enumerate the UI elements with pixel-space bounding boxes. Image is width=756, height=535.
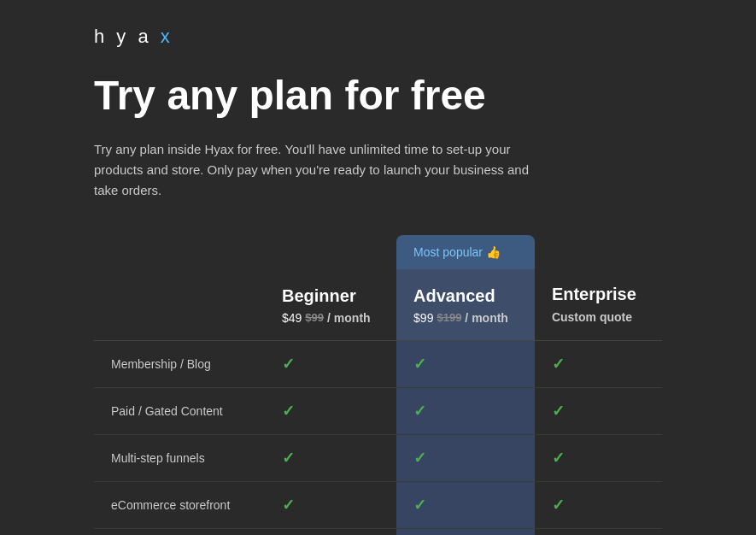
enterprise-check: ✓ bbox=[535, 434, 662, 481]
table-row: Multi-step funnels✓✓✓ bbox=[94, 434, 662, 481]
advanced-price-original: $199 bbox=[437, 311, 461, 324]
check-icon: ✓ bbox=[413, 497, 426, 514]
most-popular-banner: Most popular 👍 bbox=[396, 235, 535, 269]
advanced-check: ✓ bbox=[396, 340, 535, 387]
check-icon: ✓ bbox=[282, 356, 295, 373]
beginner-banner-cell bbox=[265, 235, 396, 269]
plan-header-row: Beginner $49 $99 / month Advanced $99 $1… bbox=[94, 269, 662, 341]
beginner-plan-header: Beginner $49 $99 / month bbox=[265, 269, 396, 341]
beginner-check: ✓ bbox=[265, 434, 396, 481]
enterprise-check: ✓ bbox=[535, 387, 662, 434]
check-icon: ✓ bbox=[413, 403, 426, 420]
enterprise-check: ✓ bbox=[535, 340, 662, 387]
check-icon: ✓ bbox=[552, 403, 565, 420]
advanced-banner-cell: Most popular 👍 bbox=[396, 235, 535, 269]
table-row: eCommerce storefront✓✓✓ bbox=[94, 481, 662, 528]
most-popular-row: Most popular 👍 bbox=[94, 235, 662, 269]
table-row: Membership / Blog✓✓✓ bbox=[94, 340, 662, 387]
beginner-plan-name: Beginner bbox=[282, 286, 379, 306]
advanced-check: ✓ bbox=[396, 528, 535, 535]
advanced-plan-price: $99 $199 / month bbox=[413, 311, 518, 325]
beginner-check: ✓ bbox=[265, 528, 396, 535]
check-icon: ✓ bbox=[413, 450, 426, 467]
beginner-check: ✓ bbox=[265, 387, 396, 434]
beginner-price-main: $49 bbox=[282, 311, 302, 325]
logo-x: x bbox=[161, 26, 173, 47]
features-body: Membership / Blog✓✓✓Paid / Gated Content… bbox=[94, 340, 662, 535]
feature-name: Paid / Gated Content bbox=[94, 387, 265, 434]
table-row: Courses✓✓✓ bbox=[94, 528, 662, 535]
advanced-price-period: / month bbox=[465, 311, 508, 325]
empty-banner-cell bbox=[94, 235, 265, 269]
feature-column-header bbox=[94, 269, 265, 341]
beginner-price-period: / month bbox=[327, 311, 371, 325]
check-icon: ✓ bbox=[552, 450, 565, 467]
advanced-plan-header: Advanced $99 $199 / month bbox=[396, 269, 535, 341]
check-icon: ✓ bbox=[282, 450, 295, 467]
enterprise-check: ✓ bbox=[535, 481, 662, 528]
check-icon: ✓ bbox=[552, 497, 565, 514]
feature-name: eCommerce storefront bbox=[94, 481, 265, 528]
feature-name: Courses bbox=[94, 528, 265, 535]
enterprise-custom-quote: Custom quote bbox=[552, 310, 632, 324]
advanced-check: ✓ bbox=[396, 387, 535, 434]
advanced-price-main: $99 bbox=[413, 311, 433, 325]
feature-name: Multi-step funnels bbox=[94, 434, 265, 481]
most-popular-label: Most popular 👍 bbox=[413, 245, 501, 259]
beginner-plan-price: $49 $99 / month bbox=[282, 311, 379, 325]
enterprise-plan-name: Enterprise bbox=[552, 285, 645, 304]
check-icon: ✓ bbox=[282, 403, 295, 420]
check-icon: ✓ bbox=[552, 356, 565, 373]
logo: h y a x bbox=[94, 26, 662, 48]
beginner-check: ✓ bbox=[265, 340, 396, 387]
check-icon: ✓ bbox=[282, 497, 295, 514]
hero-subtitle: Try any plan inside Hyax for free. You'l… bbox=[94, 139, 538, 201]
beginner-check: ✓ bbox=[265, 481, 396, 528]
enterprise-check: ✓ bbox=[535, 528, 662, 535]
advanced-check: ✓ bbox=[396, 481, 535, 528]
enterprise-plan-header: Enterprise Custom quote bbox=[535, 269, 662, 341]
feature-name: Membership / Blog bbox=[94, 340, 265, 387]
advanced-plan-name: Advanced bbox=[413, 286, 518, 306]
beginner-price-original: $99 bbox=[305, 311, 324, 324]
check-icon: ✓ bbox=[413, 356, 426, 373]
hero-title: Try any plan for free bbox=[94, 73, 662, 119]
advanced-check: ✓ bbox=[396, 434, 535, 481]
enterprise-banner-cell bbox=[535, 235, 662, 269]
pricing-table: Most popular 👍 Beginner $49 $99 / month bbox=[94, 235, 662, 535]
page-container: h y a x Try any plan for free Try any pl… bbox=[0, 0, 756, 535]
table-row: Paid / Gated Content✓✓✓ bbox=[94, 387, 662, 434]
